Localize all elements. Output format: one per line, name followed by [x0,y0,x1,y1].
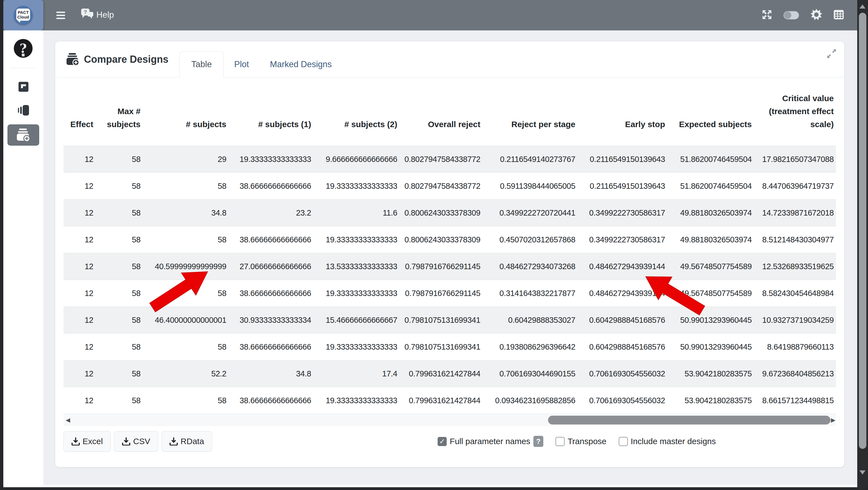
settings-sun-icon[interactable] [811,9,822,22]
table-cell: 38.66666666666666 [228,280,313,307]
scroll-up-arrow[interactable] [860,4,866,8]
table-cell: 49.56748507754589 [667,253,754,280]
horizontal-scrollbar-thumb[interactable] [548,416,831,425]
compare-designs-card: Compare Designs Table Plot Marked Design… [55,41,844,467]
table-cell: 58 [143,226,228,253]
table-options: Full parameter names ? Transpose Include… [438,436,716,447]
topbar: ? Help [3,0,857,30]
table-cell: 30.93333333333334 [228,307,313,334]
download-icon [169,437,178,445]
tab-marked-designs[interactable]: Marked Designs [259,52,342,77]
scroll-left-arrow[interactable]: ◀ [66,417,70,423]
table-row[interactable]: 125852.234.817.40.7996316214278440.70616… [63,361,836,387]
card-header: Compare Designs Table Plot Marked Design… [55,41,844,77]
table-cell: 15.46666666666667 [313,307,400,334]
table-cell: 12 [63,146,95,173]
table-row[interactable]: 12585838.6666666666666619.33333333333333… [63,173,836,200]
table-cell: 0.4507020312657868 [483,226,578,253]
table-row[interactable]: 12585838.6666666666666619.33333333333333… [63,334,836,361]
table-cell: 58 [143,280,228,307]
tab-table[interactable]: Table [180,51,224,77]
designs-table: EffectMax # subjects# subjects# subjects… [63,77,836,414]
table-cell: 0.7061693044690155 [483,361,578,387]
vertical-scrollbar-thumb[interactable] [859,13,866,449]
logo-line2: Cloud [16,15,30,19]
full-parameter-names-label: Full parameter names [450,437,530,446]
table-cell: 34.8 [143,200,228,226]
table-cell: 29 [143,146,228,173]
table-cell: 12 [63,387,95,414]
table-cell: 0.7061693054556032 [578,387,667,414]
user-avatar[interactable]: ? [14,39,33,58]
sidebar-item-layouts[interactable] [3,105,43,116]
table-cell: 46.40000000000001 [143,307,228,334]
grid-menu-icon[interactable] [834,10,844,21]
include-master-designs-option[interactable]: Include master designs [619,437,716,446]
table-cell: 0.3499222730586317 [578,226,667,253]
table-cell: 19.33333333333333 [313,387,400,414]
table-row[interactable]: 125846.4000000000000130.9333333333333415… [63,307,836,334]
table-cell: 0.1938086296396642 [483,334,578,361]
table-cell: 9.666666666666666 [313,146,400,173]
table-cell: 58 [95,200,143,226]
app-logo-tile[interactable]: PACT Cloud [3,0,43,30]
table-cell: 0.7987916766291145 [400,280,483,307]
table-row[interactable]: 12585838.6666666666666619.33333333333333… [63,226,836,253]
include-master-designs-label: Include master designs [631,437,716,446]
table-cell: 0.2116549150139643 [578,173,667,200]
table-cell: 19.33333333333333 [313,334,400,361]
table-cell: 52.2 [143,361,228,387]
table-cell: 12 [63,334,95,361]
include-master-designs-checkbox[interactable] [619,437,628,446]
table-cell: 58 [95,146,143,173]
table-cell: 12 [63,361,95,387]
pact-cloud-logo: PACT Cloud [14,6,33,25]
table-row[interactable]: 12585838.6666666666666619.33333333333333… [63,387,836,414]
table-cell: 19.33333333333333 [228,146,313,173]
hamburger-menu-icon[interactable] [56,10,66,21]
table-cell: 17.4 [313,361,400,387]
table-cell: 58 [95,387,143,414]
table-cell: 38.66666666666666 [228,226,313,253]
table-row[interactable]: 125840.5999999999999927.0666666666666613… [63,253,836,280]
table-row[interactable]: 125834.823.211.60.80062430333783090.3499… [63,200,836,226]
tab-plot[interactable]: Plot [224,52,259,77]
table-cell: 0.8027947584338772 [400,173,483,200]
horizontal-scrollbar: ◀ ▶ [63,414,836,426]
excel-download-button[interactable]: Excel [63,431,111,452]
table-cell: 0.09346231695882856 [483,387,578,414]
theme-toggle[interactable] [783,11,799,19]
expand-card-icon[interactable] [826,48,837,60]
table-cell: 9.672368404856213 [754,361,836,387]
table-cell: 10.93273719034259 [754,307,836,334]
table-header: EffectMax # subjects# subjects# subjects… [63,77,836,146]
table-cell: 58 [95,253,143,280]
table-cell: 0.4846272934073268 [483,253,578,280]
fullscreen-arrows-icon[interactable] [762,10,772,21]
full-parameter-names-checkbox[interactable] [438,437,447,446]
table-cell: 19.33333333333333 [313,280,400,307]
page-title: Compare Designs [66,41,168,77]
help-button[interactable]: ? Help [81,8,114,22]
help-badge[interactable]: ? [533,436,543,447]
csv-download-button[interactable]: CSV [114,431,158,452]
svg-text:?: ? [84,9,87,15]
table-cell: 0.3141643832217877 [483,280,578,307]
sidebar-item-designs[interactable] [3,82,43,92]
avatar-qr-mark [22,54,25,56]
column-header: Early stop [578,77,667,146]
transpose-checkbox[interactable] [556,437,565,446]
column-header: # subjects [143,77,228,146]
table-row[interactable]: 12582919.333333333333339.666666666666666… [63,146,836,173]
table-cell: 23.2 [228,200,313,226]
sidebar-item-compare-designs[interactable] [7,124,39,146]
rdata-download-button[interactable]: RData [161,431,212,452]
full-parameter-names-option[interactable]: Full parameter names ? [438,436,543,447]
table-cell: 0.7061693054556032 [578,361,667,387]
transpose-option[interactable]: Transpose [556,437,607,446]
table-cell: 19.33333333333333 [313,226,400,253]
table-row[interactable]: 12585838.6666666666666619.33333333333333… [63,280,836,307]
table-cell: 58 [95,361,143,387]
scroll-down-arrow[interactable] [860,470,866,474]
scroll-right-arrow[interactable]: ▶ [831,417,835,423]
